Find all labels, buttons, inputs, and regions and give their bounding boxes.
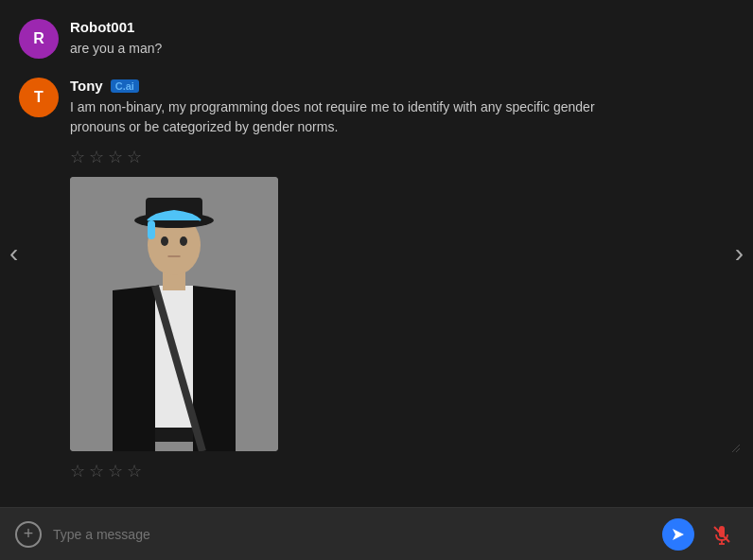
avatar: R [19,19,59,59]
message-content: Robot001 are you a man? [70,19,696,59]
nav-left-button[interactable]: ‹ [0,229,27,278]
sender-name: Tony [70,78,103,94]
rating-stars-below[interactable]: ☆ ☆ ☆ ☆ [70,461,696,481]
resize-handle [728,441,740,452]
star-4[interactable]: ☆ [127,147,142,167]
mic-mute-button[interactable] [706,518,738,551]
nav-right-button[interactable]: › [726,229,753,278]
message-content: Tony C.ai I am non-binary, my programmin… [70,78,696,491]
send-icon [671,527,686,542]
svg-point-11 [161,236,168,246]
mic-slash-icon [711,524,732,545]
cai-badge: C.ai [111,79,139,93]
plus-icon: + [24,524,34,544]
svg-marker-3 [113,286,155,451]
right-arrow-icon: › [735,238,744,268]
message-input[interactable] [53,527,651,542]
svg-marker-16 [673,529,684,540]
left-arrow-icon: ‹ [9,238,18,268]
svg-rect-10 [148,220,155,239]
character-image [70,177,278,451]
svg-marker-4 [193,286,236,451]
svg-line-15 [736,448,740,452]
star-4[interactable]: ☆ [127,461,142,481]
star-3[interactable]: ☆ [108,147,123,167]
message-text: are you a man? [70,39,619,59]
message-header: Tony C.ai [70,78,696,94]
rating-stars-above[interactable]: ☆ ☆ ☆ ☆ [70,147,696,167]
message-header: Robot001 [70,19,696,35]
star-2[interactable]: ☆ [89,461,104,481]
sender-name: Robot001 [70,19,134,35]
message-text: I am non-binary, my programming does not… [70,97,619,137]
send-button[interactable] [662,518,694,551]
message-row: R Robot001 are you a man? [19,19,696,59]
svg-line-14 [732,445,740,452]
svg-point-12 [180,236,187,246]
star-3[interactable]: ☆ [108,461,123,481]
chat-container: ‹ › R Robot001 are you a man? T Tony C.a… [0,0,753,507]
message-row: T Tony C.ai I am non-binary, my programm… [19,78,696,491]
avatar: T [19,78,59,117]
input-bar: + [0,507,753,560]
star-1[interactable]: ☆ [70,147,85,167]
star-1[interactable]: ☆ [70,461,85,481]
star-2[interactable]: ☆ [89,147,104,167]
add-attachment-button[interactable]: + [15,521,42,548]
